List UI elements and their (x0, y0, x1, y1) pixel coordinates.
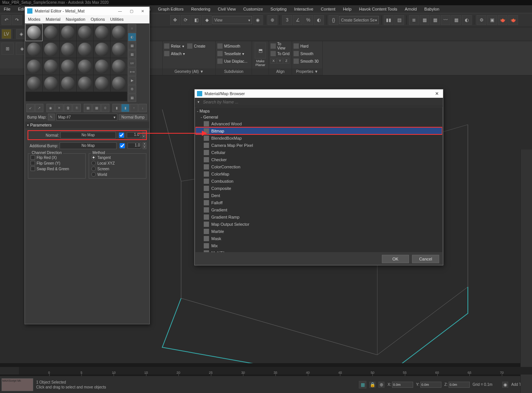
rotate-button[interactable]: ⟳ (181, 15, 191, 25)
render-button[interactable]: 🫖 (498, 15, 507, 25)
ok-button[interactable]: OK (382, 255, 409, 263)
map-item-blendedboxmap[interactable]: BlendedBoxMap (195, 134, 442, 142)
menu-havok-content-tools[interactable]: Havok Content Tools (357, 6, 400, 12)
sample-slot-18[interactable] (26, 75, 42, 92)
align-button[interactable]: ▤ (394, 15, 404, 25)
menu-interactive[interactable]: Interactive (292, 6, 316, 12)
msmooth-button[interactable]: MSmooth (217, 43, 248, 49)
nav4-icon[interactable]: ↓ (138, 104, 147, 112)
normal-enable-check[interactable] (119, 133, 124, 138)
addbump-enable-check[interactable] (120, 143, 125, 148)
align-y-button[interactable]: Y (277, 58, 283, 64)
maps-category[interactable]: Maps (195, 108, 442, 114)
move-button[interactable]: ✥ (170, 15, 180, 25)
sample-slot-9[interactable] (77, 41, 93, 58)
rendersetup-button[interactable]: ⚙ (477, 15, 486, 25)
search-opts-icon[interactable]: ▼ (197, 100, 200, 104)
assign-mat-icon[interactable]: ◉ (46, 104, 55, 112)
map-item-gradient[interactable]: Gradient (195, 206, 442, 213)
y-field[interactable] (420, 382, 441, 388)
menu-civil-view[interactable]: Civil View (215, 6, 238, 12)
sample-slot-15[interactable] (77, 58, 93, 75)
matmenu-options[interactable]: Options (89, 16, 106, 22)
togrid-button[interactable]: To Grid (271, 50, 290, 57)
sample-slot-1[interactable] (43, 24, 59, 41)
map-browser-titlebar[interactable]: Material/Map Browser ✕ (195, 89, 443, 98)
menu-graph-editors[interactable]: Graph Editors (156, 6, 186, 12)
sample-scale-icon[interactable]: ⟷ (128, 68, 136, 76)
generate-topo-button[interactable]: ⊞ (2, 43, 14, 55)
hard-button[interactable]: Hard (294, 43, 318, 49)
map-item-dent[interactable]: Dent (195, 192, 442, 199)
namedsel-button[interactable]: {} (329, 15, 338, 25)
sample-slots[interactable] (26, 24, 127, 101)
sample-light-icon[interactable]: ▦ (128, 50, 136, 59)
world-radio[interactable]: World (91, 172, 144, 177)
command-panel[interactable] (520, 149, 532, 393)
spinsnap-button[interactable]: ◐ (314, 15, 324, 25)
map-item-cellular[interactable]: Cellular (195, 149, 442, 156)
matedit-button[interactable]: ◐ (462, 15, 472, 25)
selmanip-button[interactable]: ⊕ (268, 15, 277, 25)
menu-help[interactable]: Help (341, 6, 354, 12)
sample-slot-2[interactable] (60, 24, 76, 41)
map-item-composite[interactable]: Composite (195, 185, 442, 192)
curveed-button[interactable]: 〰 (441, 15, 451, 25)
sample-slot-10[interactable] (94, 41, 110, 58)
map-item-advanced-wood[interactable]: Advanced Wood (195, 120, 442, 127)
lv-button[interactable]: LV (2, 29, 11, 39)
attach-button[interactable]: Attach ▾ (164, 50, 185, 57)
sample-slot-6[interactable] (26, 41, 42, 58)
map-item-falloff[interactable]: Falloff (195, 199, 442, 206)
sample-count-icon[interactable]: ▦ (128, 94, 136, 102)
map-item-mix[interactable]: Mix (195, 242, 442, 249)
sample-slot-7[interactable] (43, 41, 59, 58)
ribbon-button[interactable]: ▦ (430, 15, 440, 25)
smooth30-button[interactable]: Smooth 30 (294, 58, 318, 65)
cancel-button[interactable]: Cancel (412, 255, 439, 263)
anglesnap-button[interactable]: ∠ (293, 15, 303, 25)
matmenu-navigation[interactable]: Navigation (64, 16, 87, 22)
nav3-icon[interactable]: ↑ (130, 104, 138, 112)
menu-file[interactable]: File (2, 6, 13, 12)
key-icon[interactable]: ◉ (502, 382, 508, 388)
sample-slot-12[interactable] (26, 58, 42, 75)
sample-slot-21[interactable] (77, 75, 93, 92)
matmenu-utilities[interactable]: Utilities (109, 16, 125, 22)
close-button[interactable]: ✕ (433, 90, 441, 97)
zero-icon[interactable]: 0 (101, 104, 109, 112)
scale-button[interactable]: ◧ (191, 15, 201, 25)
sample-slot-4[interactable] (94, 24, 110, 41)
map-item-marble[interactable]: Marble (195, 228, 442, 235)
sample-slot-13[interactable] (43, 58, 59, 75)
snap-button[interactable]: 3 (282, 15, 292, 25)
schematic-button[interactable]: ▦ (451, 15, 461, 25)
redo-button[interactable]: ↷ (12, 15, 22, 25)
map-name-field[interactable]: Map #7▾ (56, 114, 117, 120)
sample-type-icon[interactable]: ○ (128, 24, 136, 32)
sample-grid-icon[interactable]: ▩ (128, 42, 136, 50)
sample-opts-icon[interactable]: ⚙ (128, 85, 136, 93)
flip-red-check[interactable]: Flip Red (X) (31, 155, 83, 160)
show-shaded-icon[interactable]: ▦ (84, 104, 92, 112)
close-button[interactable]: ✕ (138, 8, 147, 14)
map-item-map-output-selector[interactable]: Map Output Selector (195, 220, 442, 228)
material-editor-titlebar[interactable]: Material Editor - Metal_Mat — ▢ ✕ (25, 7, 149, 15)
swap-rg-check[interactable]: Swap Red & Green (31, 166, 83, 171)
addbump-map-button[interactable]: No Map (60, 142, 117, 149)
renderlast-button[interactable]: 🫖 (508, 15, 518, 25)
sceneexp-button[interactable]: ▦ (420, 15, 429, 25)
sample-slot-17[interactable] (111, 58, 127, 75)
timeline[interactable]: 0510152025303540455055606570 (19, 367, 532, 375)
put-mat-icon[interactable]: ↗ (35, 104, 43, 112)
matmenu-material[interactable]: Material (44, 16, 62, 22)
reset-mat-icon[interactable]: ✕ (55, 104, 63, 112)
sample-bg-icon[interactable]: ◐ (128, 33, 136, 41)
map-browser-tree[interactable]: Maps General Advanced WoodBitmapBlendedB… (195, 107, 442, 252)
get-mat-icon[interactable]: ↙ (26, 104, 35, 112)
search-input[interactable] (202, 99, 441, 105)
flip-green-check[interactable]: Flip Green (Y) (31, 161, 83, 165)
sample-slot-19[interactable] (43, 75, 59, 92)
sample-slot-16[interactable] (94, 58, 110, 75)
sample-slot-11[interactable] (111, 41, 127, 58)
